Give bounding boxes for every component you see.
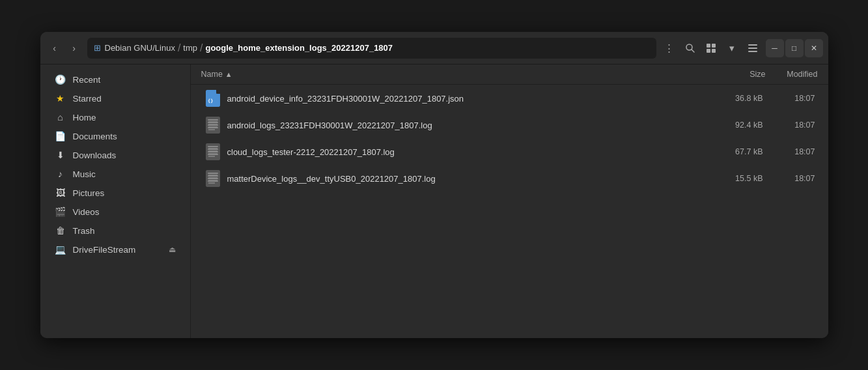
svg-rect-23: [206, 170, 220, 187]
json-file-icon: {}: [206, 90, 220, 107]
log-file-icon: [206, 170, 220, 187]
svg-rect-8: [748, 51, 757, 52]
table-row[interactable]: cloud_logs_tester-2212_20221207_1807.log…: [193, 139, 826, 165]
sidebar-item-recent[interactable]: 🕐 Recent: [44, 70, 186, 89]
file-manager-window: ‹ › ⊞ Debian GNU/Linux / tmp / google_ho…: [40, 32, 828, 338]
home-icon: ⌂: [55, 112, 66, 122]
sidebar-label-downloads: Downloads: [73, 150, 176, 160]
sidebar-label-trash: Trash: [73, 226, 176, 236]
svg-rect-13: [206, 117, 220, 134]
window-controls: ─ □ ✕: [766, 39, 823, 57]
svg-rect-4: [707, 49, 710, 53]
breadcrumb-bar[interactable]: ⊞ Debian GNU/Linux / tmp / google_home_e…: [87, 38, 656, 59]
sidebar-label-documents: Documents: [73, 132, 176, 141]
file-name: matterDevice_logs__dev_ttyUSB0_20221207_…: [227, 174, 698, 184]
file-name: android_device_info_23231FDH30001W_20221…: [227, 94, 698, 104]
breadcrumb-sep1: /: [178, 42, 180, 54]
search-icon: [685, 43, 695, 53]
column-name[interactable]: Name ▲: [201, 70, 701, 79]
breadcrumb-system: Debian GNU/Linux: [105, 43, 175, 53]
pictures-icon: 🖼: [55, 188, 66, 198]
log-file-icon: [206, 143, 220, 160]
svg-rect-2: [707, 44, 710, 48]
breadcrumb-current: google_home_extension_logs_20221207_1807: [205, 43, 393, 53]
minimize-button[interactable]: ─: [766, 39, 784, 57]
column-name-label: Name: [201, 70, 223, 79]
sidebar-item-music[interactable]: ♪ Music: [44, 165, 186, 183]
file-size: 67.7 kB: [698, 147, 763, 156]
sort-arrow-icon: ▲: [225, 70, 232, 78]
svg-text:{}: {}: [208, 98, 213, 104]
nav-buttons: ‹ ›: [46, 39, 83, 57]
log-icon-svg: [206, 117, 220, 134]
videos-icon: 🎬: [55, 206, 66, 217]
svg-rect-7: [748, 48, 757, 49]
chevron-button[interactable]: ▾: [723, 39, 741, 57]
column-size-label: Size: [749, 70, 765, 79]
close-button[interactable]: ✕: [805, 39, 823, 57]
forward-button[interactable]: ›: [65, 39, 83, 57]
trash-icon: 🗑: [55, 225, 66, 236]
column-modified-label: Modified: [787, 70, 817, 79]
log-file-icon: [206, 117, 220, 134]
sidebar-label-pictures: Pictures: [73, 188, 176, 198]
sidebar-label-videos: Videos: [73, 207, 176, 217]
file-icon-wrapper: [204, 117, 222, 134]
table-row[interactable]: android_logs_23231FDH30001W_20221207_180…: [193, 112, 826, 138]
breadcrumb-folder: tmp: [183, 43, 197, 53]
svg-line-1: [692, 50, 694, 52]
file-icon-wrapper: [204, 170, 222, 187]
file-modified: 18:07: [763, 94, 815, 103]
table-row[interactable]: matterDevice_logs__dev_ttyUSB0_20221207_…: [193, 165, 826, 192]
svg-rect-3: [712, 44, 716, 48]
sidebar-label-home: Home: [73, 113, 176, 122]
drive-icon: 💻: [55, 244, 66, 255]
list-view-button[interactable]: [744, 39, 762, 57]
log-icon-svg: [206, 170, 220, 187]
file-modified: 18:07: [763, 147, 815, 156]
svg-marker-10: [216, 90, 220, 94]
file-list-header: Name ▲ Size Modified: [191, 64, 828, 85]
column-modified[interactable]: Modified: [766, 70, 818, 79]
column-size[interactable]: Size: [701, 70, 766, 79]
svg-rect-6: [748, 44, 757, 46]
file-name: android_logs_23231FDH30001W_20221207_180…: [227, 121, 698, 130]
file-size: 15.5 kB: [698, 174, 763, 183]
sidebar-label-recent: Recent: [73, 75, 176, 85]
sidebar-item-videos[interactable]: 🎬 Videos: [44, 203, 186, 221]
titlebar-actions: ⋮ ▾: [660, 39, 762, 57]
file-icon-wrapper: [204, 143, 222, 160]
grid-view-button[interactable]: [702, 39, 720, 57]
svg-rect-18: [206, 143, 220, 160]
sidebar-item-starred[interactable]: ★ Starred: [44, 89, 186, 107]
table-row[interactable]: {} android_device_info_23231FDH30001W_20…: [193, 85, 826, 111]
starred-icon: ★: [55, 93, 66, 104]
titlebar: ‹ › ⊞ Debian GNU/Linux / tmp / google_ho…: [40, 32, 828, 64]
main-content: 🕐 Recent ★ Starred ⌂ Home 📄 Documents ⬇ …: [40, 64, 828, 338]
file-size: 36.8 kB: [698, 94, 763, 103]
sidebar-label-music: Music: [73, 169, 176, 179]
grid-icon: [706, 43, 716, 53]
sidebar-item-documents[interactable]: 📄 Documents: [44, 127, 186, 145]
menu-button[interactable]: ⋮: [660, 39, 679, 57]
file-rows: {} android_device_info_23231FDH30001W_20…: [191, 85, 828, 338]
sidebar-item-downloads[interactable]: ⬇ Downloads: [44, 146, 186, 164]
maximize-button[interactable]: □: [785, 39, 804, 57]
log-icon-svg: [206, 143, 220, 160]
downloads-icon: ⬇: [55, 150, 66, 160]
system-icon: ⊞: [94, 43, 101, 53]
sidebar-label-starred: Starred: [73, 94, 176, 104]
list-icon: [748, 43, 758, 53]
file-modified: 18:07: [763, 174, 815, 183]
sidebar-item-pictures[interactable]: 🖼 Pictures: [44, 184, 186, 202]
sidebar-item-home[interactable]: ⌂ Home: [44, 108, 186, 126]
sidebar-item-drivefilestream[interactable]: 💻 DriveFileStream ⏏: [44, 240, 186, 259]
sidebar-item-trash[interactable]: 🗑 Trash: [44, 221, 186, 240]
search-button[interactable]: [681, 39, 699, 57]
file-name: cloud_logs_tester-2212_20221207_1807.log: [227, 147, 698, 157]
chevron-down-icon: ▾: [729, 42, 735, 54]
sidebar-label-drive: DriveFileStream: [73, 245, 162, 255]
back-button[interactable]: ‹: [46, 39, 64, 57]
eject-icon[interactable]: ⏏: [169, 245, 176, 254]
breadcrumb-sep2: /: [200, 42, 203, 54]
